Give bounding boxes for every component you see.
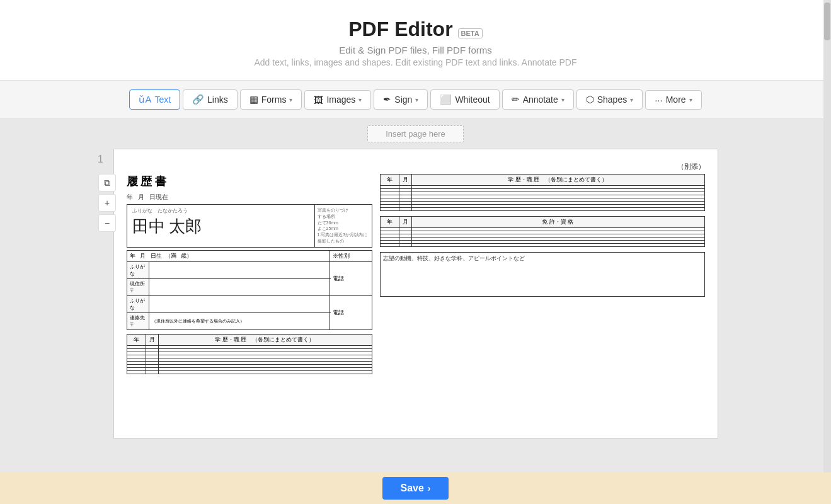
day-label: 日現在	[149, 193, 168, 202]
right-mo-header: 月	[399, 175, 411, 186]
text-icon: ǔA	[139, 94, 151, 105]
dob-row: 年 月 日生 （満 歳） ※性別	[127, 250, 372, 261]
career-header-row: 年 月 学 歴・職 歴 （各別にまとめて書く）	[127, 334, 372, 345]
address-label: 現住所 〒	[127, 278, 149, 295]
link-icon: 🔗	[192, 94, 204, 105]
remarks-table: 志望の動機、特技、好きな学科、アピールポイントなど	[380, 252, 705, 297]
zoom-in-icon[interactable]: +	[98, 194, 116, 212]
text-label: Text	[154, 94, 171, 105]
pdf-header-right: （別添）	[127, 162, 705, 171]
save-label: Save	[400, 483, 423, 494]
year-label: 年	[127, 193, 133, 202]
sign-label: Sign	[394, 94, 412, 105]
annotate-icon: ✏	[512, 94, 520, 105]
remarks-row: 志望の動機、特技、好きな学科、アピールポイントなど	[380, 253, 704, 297]
side-toolbar: ⧉ + −	[98, 174, 116, 232]
save-button[interactable]: Save ›	[382, 477, 448, 500]
sign-icon: ✒	[383, 94, 391, 105]
more-icon: ···	[655, 94, 663, 105]
contact-tel-label: 電話	[330, 295, 372, 329]
more-label: More	[666, 94, 686, 105]
text-tool-button[interactable]: ǔA Text	[129, 89, 180, 110]
address-furigana-row: ふりがな 電話	[127, 261, 372, 278]
contact-furigana-label: ふりがな	[127, 295, 149, 312]
copy-icon[interactable]: ⧉	[98, 174, 116, 192]
month-label: 月	[138, 193, 144, 202]
right-content-header: 学 歴・職 歴 （各別にまとめて書く）	[411, 175, 704, 186]
career-yr-header: 年	[127, 334, 146, 345]
more-chevron-icon: ▾	[689, 96, 692, 103]
annotate-label: Annotate	[523, 94, 558, 105]
subtitle2: Add text, links, images and shapes. Edit…	[0, 57, 831, 67]
career-table: 年 月 学 歴・職 歴 （各別にまとめて書く）	[127, 334, 372, 374]
save-arrow-icon: ›	[428, 483, 431, 493]
scrollbar-thumb[interactable]	[824, 3, 830, 40]
whiteout-tool-button[interactable]: ⬜ Whiteout	[430, 89, 499, 110]
page-area: 1 ⧉ + − （別添） 履 歴 書 年 月 日現在	[0, 149, 831, 438]
links-label: Links	[207, 94, 228, 105]
name-photo-row: ふりがな たなかたろう 田中 太郎 写真をのりづけ する場所 たて36mm よこ…	[127, 204, 372, 248]
forms-chevron-icon: ▾	[289, 96, 292, 103]
beta-badge: BETA	[458, 28, 483, 38]
career-content-header: 学 歴・職 歴 （各別にまとめて書く）	[158, 334, 372, 345]
header: PDF Editor BETA Edit & Sign PDF files, F…	[0, 0, 831, 81]
resume-left: 履 歴 書 年 月 日現在 ふりがな たなかたろう 田中 太郎 写真をのりづ	[127, 174, 372, 374]
shapes-tool-button[interactable]: ⬡ Shapes ▾	[576, 89, 643, 110]
sign-chevron-icon: ▾	[415, 96, 418, 103]
career-mo-header: 月	[146, 334, 158, 345]
sign-tool-button[interactable]: ✒ Sign ▾	[374, 89, 428, 110]
info-table: 年 月 日生 （満 歳） ※性別 ふりがな 電話 現住所 〒	[127, 250, 372, 330]
links-tool-button[interactable]: 🔗 Links	[183, 89, 238, 110]
dob-cell: 年 月 日生 （満 歳）	[127, 250, 330, 261]
scrollbar[interactable]	[823, 0, 831, 504]
remarks-label: 志望の動機、特技、好きな学科、アピールポイントなど	[383, 255, 702, 263]
contact-note-cell: （現住所以外に連絡を希望する場合のみ記入）	[149, 312, 330, 329]
more-tool-button[interactable]: ··· More ▾	[645, 90, 701, 110]
subtitle1: Edit & Sign PDF files, Fill PDF forms	[0, 45, 831, 55]
right-career-header: 年 月 学 歴・職 歴 （各別にまとめて書く）	[380, 175, 704, 186]
remarks-cell: 志望の動機、特技、好きな学科、アピールポイントなど	[380, 253, 704, 297]
main-area: Insert page here 1 ⧉ + − （別添） 履 歴 書 年 月 …	[0, 119, 831, 487]
shapes-icon: ⬡	[586, 94, 594, 105]
images-icon: 🖼	[314, 94, 323, 105]
right-career-table: 年 月 学 歴・職 歴 （各別にまとめて書く）	[380, 174, 705, 211]
photo-section: 写真をのりづけ する場所 たて36mm よこ25mm 1.写真は最近3か月以内に…	[315, 205, 372, 247]
images-chevron-icon: ▾	[358, 96, 362, 103]
shapes-chevron-icon: ▾	[630, 96, 633, 103]
resume-date-row: 年 月 日現在	[127, 193, 372, 202]
furigana: ふりがな たなかたろう	[132, 207, 309, 214]
qual-header-row: 年 月 免 許・資 格	[380, 217, 704, 228]
zoom-out-icon[interactable]: −	[98, 214, 116, 232]
resume-title: 履 歴 書	[127, 174, 372, 189]
name-section: ふりがな たなかたろう 田中 太郎	[127, 205, 315, 247]
whiteout-label: Whiteout	[455, 94, 490, 105]
resume-container: 履 歴 書 年 月 日現在 ふりがな たなかたろう 田中 太郎 写真をのりづ	[127, 174, 705, 374]
insert-bar: Insert page here	[0, 119, 831, 149]
shapes-label: Shapes	[597, 94, 627, 105]
qualifications-table: 年 月 免 許・資 格	[380, 216, 705, 247]
address-furigana-value	[149, 261, 330, 278]
address-furigana-label: ふりがな	[127, 261, 149, 278]
annotate-tool-button[interactable]: ✏ Annotate ▾	[502, 89, 574, 110]
forms-tool-button[interactable]: ▦ Forms ▾	[240, 89, 302, 110]
page-number: 1	[98, 154, 103, 165]
career-row-9	[127, 370, 372, 374]
insert-page-button[interactable]: Insert page here	[367, 125, 464, 142]
pdf-page: （別添） 履 歴 書 年 月 日現在 ふりがな たなかたろう 田中 太郎	[113, 149, 718, 438]
app-title: PDF Editor	[348, 18, 452, 41]
qual-row-6	[380, 244, 704, 247]
annotate-chevron-icon: ▾	[561, 96, 565, 103]
qual-mo-header: 月	[399, 217, 411, 228]
photo-instructions: 写真をのりづけ する場所 たて36mm よこ25mm 1.写真は最近3か月以内に…	[318, 207, 369, 244]
forms-label: Forms	[261, 94, 287, 105]
images-tool-button[interactable]: 🖼 Images ▾	[304, 90, 371, 110]
contact-furigana-value	[149, 295, 330, 312]
contact-furigana-row: ふりがな 電話	[127, 295, 372, 312]
qual-yr-header: 年	[380, 217, 399, 228]
resume-right: 年 月 学 歴・職 歴 （各別にまとめて書く）	[380, 174, 705, 374]
toolbar: ǔA Text 🔗 Links ▦ Forms ▾ 🖼 Images ▾ ✒ S…	[0, 81, 831, 119]
address-value	[149, 278, 330, 295]
qual-content-header: 免 許・資 格	[411, 217, 704, 228]
whiteout-icon: ⬜	[440, 94, 452, 105]
images-label: Images	[326, 94, 355, 105]
